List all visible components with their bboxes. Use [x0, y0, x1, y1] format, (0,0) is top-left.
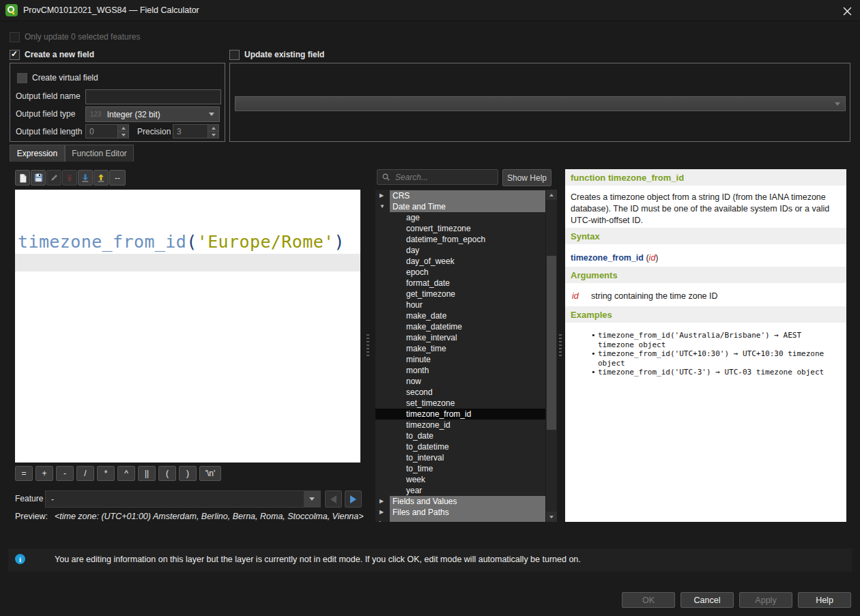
tree-function[interactable]: format_date: [375, 278, 546, 289]
tree-function[interactable]: second: [375, 387, 546, 398]
tree-function[interactable]: timezone_from_id: [375, 409, 546, 420]
tree-function[interactable]: now: [375, 376, 546, 387]
chevron-right-icon[interactable]: [379, 507, 388, 518]
operator-button[interactable]: ^: [117, 466, 135, 481]
expression-editor[interactable]: timezone_from_id('Europe/Rome'): [15, 190, 360, 463]
close-button[interactable]: [841, 5, 853, 17]
operator-button[interactable]: ): [179, 466, 197, 481]
tree-group[interactable]: Files and Paths: [375, 507, 546, 518]
export-expressions-button[interactable]: [94, 170, 109, 186]
argument-description: string containing the time zone ID: [591, 291, 718, 301]
tree-function[interactable]: make_interval: [375, 332, 546, 343]
examples-list: timezone_from_id('Australia/Brisbane') →…: [565, 331, 846, 377]
tree-item-label: format_date: [375, 278, 546, 289]
caret-down-icon: [549, 516, 554, 518]
chevron-down-icon[interactable]: [379, 201, 388, 212]
output-field-length-spinner[interactable]: 0: [85, 124, 129, 138]
tree-group[interactable]: Date and Time: [375, 201, 546, 212]
operator-button[interactable]: -: [56, 466, 74, 481]
tab-expression-label: Expression: [17, 149, 57, 158]
tree-function[interactable]: year: [375, 485, 546, 496]
operator-button[interactable]: '\n': [199, 466, 221, 481]
help-button[interactable]: Help: [798, 592, 851, 608]
spin-down-button[interactable]: [208, 131, 218, 138]
search-input[interactable]: [394, 172, 485, 183]
tree-function[interactable]: make_date: [375, 310, 546, 321]
next-feature-button[interactable]: [345, 490, 362, 508]
tree-item-label: convert_timezone: [375, 223, 546, 234]
splitter-handle[interactable]: [559, 334, 562, 357]
feature-select-arrow[interactable]: [303, 491, 320, 507]
operator-button[interactable]: (: [158, 466, 176, 481]
apply-button[interactable]: Apply: [739, 592, 792, 608]
tab-function-editor[interactable]: Function Editor: [65, 145, 134, 162]
create-new-field-label: Create a new field: [25, 50, 94, 59]
feature-select[interactable]: -: [45, 490, 321, 508]
syntax-line: timezone_from_id (id): [565, 244, 846, 267]
previous-feature-button[interactable]: [325, 490, 342, 508]
tree-group[interactable]: [375, 518, 546, 522]
chevron-right-icon[interactable]: [379, 496, 388, 507]
create-new-field-checkbox[interactable]: [10, 50, 20, 60]
tree-function[interactable]: convert_timezone: [375, 223, 546, 234]
tree-function[interactable]: get_timezone: [375, 289, 546, 299]
import-expressions-button[interactable]: [78, 170, 93, 186]
ok-button[interactable]: OK: [622, 592, 675, 608]
output-field-type-select[interactable]: 123 Integer (32 bit): [85, 106, 220, 122]
caret-up-icon: [549, 194, 554, 196]
tree-function[interactable]: day_of_week: [375, 256, 546, 267]
splitter-handle[interactable]: [367, 334, 369, 357]
spin-down-button[interactable]: [118, 131, 128, 138]
spin-up-button[interactable]: [118, 125, 128, 131]
argument-name: id: [571, 291, 591, 301]
only-update-selected-checkbox[interactable]: [10, 32, 20, 42]
update-existing-field-checkbox[interactable]: [229, 50, 240, 60]
cancel-button[interactable]: Cancel: [680, 592, 734, 608]
show-help-button[interactable]: Show Help: [502, 169, 551, 186]
scroll-thumb[interactable]: [547, 256, 556, 430]
function-search[interactable]: [377, 169, 498, 185]
existing-field-select[interactable]: [235, 96, 846, 111]
tab-expression[interactable]: Expression: [10, 145, 65, 162]
chevron-right-icon[interactable]: [379, 190, 388, 201]
tree-group[interactable]: Fields and Values: [375, 496, 546, 507]
update-existing-field-groupbox: [229, 63, 850, 142]
tree-function[interactable]: to_interval: [375, 452, 546, 463]
dash-button[interactable]: --: [109, 170, 126, 186]
output-field-name-input[interactable]: [85, 89, 221, 104]
new-file-icon: [18, 173, 27, 183]
tree-function[interactable]: datetime_from_epoch: [375, 234, 546, 245]
tree-scrollbar[interactable]: [545, 190, 557, 522]
tree-function[interactable]: month: [375, 365, 546, 376]
edit-expression-button[interactable]: [46, 170, 61, 186]
tree-function[interactable]: to_date: [375, 430, 546, 441]
operator-button[interactable]: =: [15, 466, 33, 481]
scroll-down-button[interactable]: [546, 512, 557, 522]
tree-function[interactable]: hour: [375, 299, 546, 310]
save-expression-button[interactable]: [31, 170, 46, 186]
operator-button[interactable]: +: [35, 466, 53, 481]
tree-function[interactable]: make_datetime: [375, 321, 546, 332]
tree-function[interactable]: to_time: [375, 463, 546, 474]
operator-button[interactable]: *: [97, 466, 115, 481]
scroll-up-button[interactable]: [546, 190, 557, 200]
tree-function[interactable]: set_timezone: [375, 398, 546, 409]
tree-function[interactable]: week: [375, 474, 546, 485]
delete-expression-button[interactable]: [62, 170, 77, 186]
tree-group[interactable]: CRS: [375, 190, 546, 201]
edit-mode-message: You are editing information on this laye…: [55, 555, 581, 564]
tree-function[interactable]: minute: [375, 354, 546, 365]
tree-function[interactable]: day: [375, 245, 546, 256]
tree-function[interactable]: age: [375, 212, 546, 223]
tree-function[interactable]: timezone_id: [375, 420, 546, 430]
tree-function[interactable]: epoch: [375, 267, 546, 278]
tree-function[interactable]: make_time: [375, 343, 546, 354]
precision-spinner[interactable]: 3: [173, 124, 219, 138]
operator-button[interactable]: ||: [138, 466, 156, 481]
chevron-right-icon[interactable]: [379, 518, 388, 522]
tree-function[interactable]: to_datetime: [375, 441, 546, 452]
spin-up-button[interactable]: [208, 125, 218, 131]
operator-button[interactable]: /: [76, 466, 94, 481]
new-expression-button[interactable]: [15, 170, 30, 186]
create-virtual-field-checkbox[interactable]: [17, 73, 27, 83]
